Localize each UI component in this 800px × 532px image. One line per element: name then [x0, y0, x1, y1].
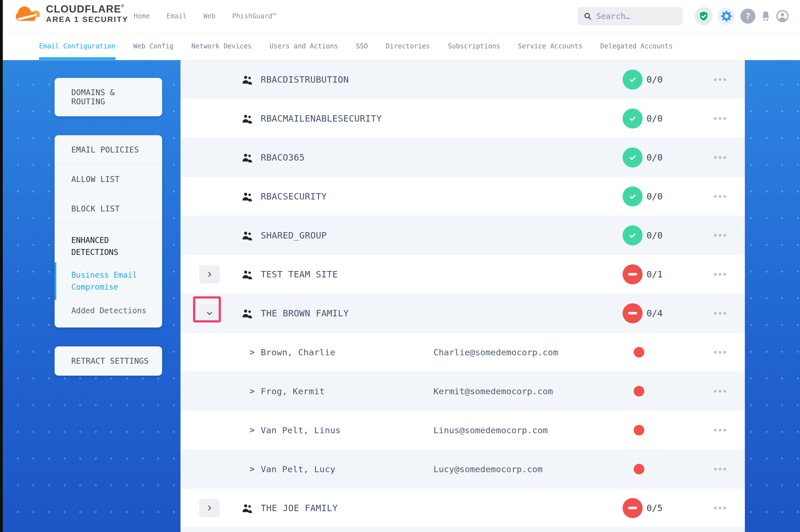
card-email-policies: EMAIL POLICIES ALLOW LIST BLOCK LIST ENH…	[55, 135, 162, 327]
status-count: 0/4	[647, 308, 663, 319]
status-cell: 0/0	[622, 225, 712, 245]
tab-directories[interactable]: Directories	[386, 32, 430, 60]
row-menu-button[interactable]	[712, 348, 728, 357]
ellipsis-dot	[714, 117, 717, 120]
search-input[interactable]	[596, 12, 677, 21]
group-name: SHARED_GROUP	[261, 230, 433, 241]
group-name: THE BROWN FAMILY	[261, 308, 433, 319]
row-menu-button[interactable]	[712, 504, 728, 512]
card-retract-settings: RETRACT SETTINGS	[55, 346, 162, 376]
row-menu-button[interactable]	[712, 309, 728, 318]
tab-web-config[interactable]: Web Config	[133, 32, 174, 60]
sidebar-item-business-email-compromise[interactable]: Business Email Compromise	[55, 262, 162, 300]
check-icon	[628, 231, 637, 240]
ellipsis-dot	[719, 468, 722, 471]
group-name: RBACO365	[261, 152, 433, 163]
member-name: Brown, Charlie	[261, 347, 433, 357]
check-icon	[628, 75, 637, 84]
member-row-brown-charlie: >Brown, CharlieCharlie@somedemocorp.com	[181, 333, 745, 372]
sidebar-item-retract-settings[interactable]: RETRACT SETTINGS	[55, 346, 162, 376]
group-name: RBACSECURITY	[261, 191, 433, 202]
check-icon	[628, 153, 637, 162]
brand-tagline: AREA 1 SECURITY	[46, 15, 128, 24]
ellipsis-dot	[719, 507, 722, 510]
tab-subscriptions[interactable]: Subscriptions	[448, 32, 500, 60]
member-row-frog-kermit: >Frog, KermitKermit@somedemocorp.com	[181, 372, 745, 411]
row-menu-button[interactable]	[712, 192, 728, 201]
expand--button-the-joe-family[interactable]	[199, 499, 220, 517]
group-row-the-joe-family: THE JOE FAMILY0/5	[181, 489, 745, 528]
member-expand-chevron[interactable]: >	[250, 347, 255, 357]
ellipsis-dot	[719, 78, 722, 81]
app-header: CLOUDFLARE® AREA 1 SECURITY HomeEmailWeb…	[3, 0, 800, 32]
sidebar-item-added-detections[interactable]: Added Detections	[55, 300, 162, 327]
security-shield-button[interactable]	[695, 7, 712, 25]
settings-button[interactable]	[717, 7, 735, 25]
ellipsis-dot	[714, 312, 717, 315]
expand-collapse-button-the-brown-family[interactable]	[199, 304, 220, 322]
row-menu-button[interactable]	[712, 387, 728, 395]
expand--button-test-team-site[interactable]	[199, 265, 220, 284]
brand-name: CLOUDFLARE®	[46, 4, 128, 15]
row-menu-button[interactable]	[712, 75, 728, 84]
chevron-right-icon	[206, 505, 213, 512]
topnav-item-web[interactable]: Web	[203, 12, 215, 20]
tab-email-configuration[interactable]: Email Configuration	[39, 32, 115, 60]
help-button[interactable]: ?	[740, 8, 756, 24]
member-expand-chevron[interactable]: >	[250, 425, 255, 435]
member-name: Van Pelt, Linus	[261, 425, 433, 435]
ellipsis-dot	[723, 234, 726, 237]
status-dot	[634, 386, 644, 397]
tab-network-devices[interactable]: Network Devices	[192, 32, 252, 60]
notifications-button[interactable]	[761, 10, 771, 22]
ellipsis-dot	[723, 195, 726, 198]
group-icon	[242, 269, 253, 279]
group-row-rbaco365: RBACO3650/0	[181, 138, 745, 177]
row-menu-button[interactable]	[712, 153, 728, 162]
ellipsis-dot	[714, 507, 717, 510]
ellipsis-dot	[723, 273, 726, 276]
status-cell: 0/0	[622, 70, 712, 90]
tab-service-accounts[interactable]: Service Accounts	[518, 32, 582, 60]
tab-users-and-actions[interactable]: Users and Actions	[270, 32, 338, 60]
sidebar-item-allow-list[interactable]: ALLOW LIST	[55, 165, 162, 194]
row-menu-button[interactable]	[712, 426, 728, 434]
topnav-item-email[interactable]: Email	[167, 12, 187, 20]
ellipsis-dot	[719, 234, 722, 237]
status-cell	[622, 464, 712, 474]
user-icon	[776, 10, 789, 22]
directory-list: RBACDISTRUBUTION0/0RBACMAILENABLESECURIT…	[181, 60, 745, 532]
member-expand-chevron[interactable]: >	[250, 464, 255, 474]
row-menu-button[interactable]	[712, 465, 728, 473]
group-row-rbacmailenablesecurity: RBACMAILENABLESECURITY0/0	[181, 99, 745, 138]
row-menu-button[interactable]	[712, 270, 728, 279]
sidebar: DOMAINS & ROUTING EMAIL POLICIES ALLOW L…	[55, 78, 162, 376]
status-fail-badge	[622, 498, 643, 518]
group-row-rbacsecurity: RBACSECURITY0/0	[181, 177, 745, 216]
tab-sso[interactable]: SSO	[356, 32, 368, 60]
member-email: Lucy@somedemocorp.com	[433, 464, 622, 474]
status-dot	[634, 464, 644, 474]
sidebar-item-block-list[interactable]: BLOCK LIST	[55, 194, 162, 224]
search-icon	[584, 12, 592, 21]
status-cell: 0/0	[622, 109, 712, 129]
sidebar-item-domains-routing[interactable]: DOMAINS & ROUTING	[55, 78, 162, 116]
member-expand-chevron[interactable]: >	[250, 386, 255, 396]
topnav-item-home[interactable]: Home	[134, 12, 150, 20]
member-email: Linus@somedemocorp.com	[433, 425, 622, 435]
topnav-item-phishguard[interactable]: PhishGuard™	[232, 12, 276, 20]
status-fail-badge	[622, 264, 643, 284]
group-icon	[242, 75, 253, 84]
account-button[interactable]	[776, 10, 789, 22]
cloudflare-logo[interactable]: CLOUDFLARE® AREA 1 SECURITY	[15, 4, 128, 24]
tab-delegated-accounts[interactable]: Delegated Accounts	[600, 32, 673, 60]
sidebar-item-email-policies[interactable]: EMAIL POLICIES	[55, 135, 162, 165]
status-dot	[634, 425, 644, 435]
card-domains-routing: DOMAINS & ROUTING	[55, 78, 162, 116]
status-cell: 0/0	[622, 186, 712, 207]
row-menu-button[interactable]	[712, 114, 728, 123]
ellipsis-dot	[723, 117, 726, 120]
ellipsis-dot	[714, 195, 717, 198]
row-menu-button[interactable]	[712, 231, 728, 240]
group-name: TEST TEAM SITE	[261, 269, 433, 280]
